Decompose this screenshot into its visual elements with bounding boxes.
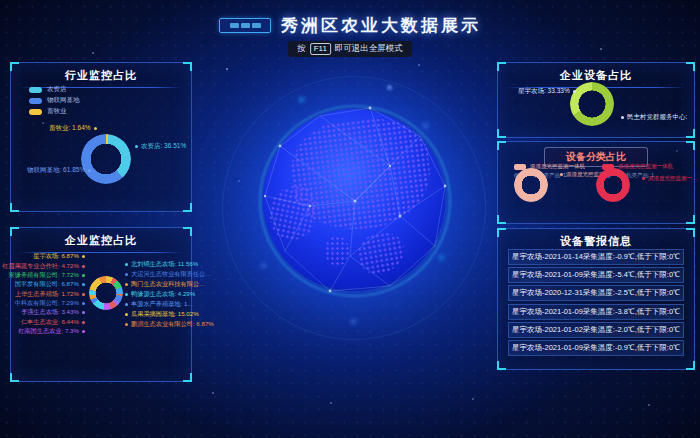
chart-label: 红南国生态农业: 7.3% [18, 328, 85, 334]
chart-label: 鹏润生态农业有限公司: 6.87% [125, 321, 214, 327]
legend-label: 物联网基地 [47, 96, 80, 105]
legend-swatch [29, 98, 42, 104]
panel-enterprise-monitor-ratio: 企业监控占比 星宇农场: 6.87% 红霞果蔬专业合作社: 4.72% 家缘养殖… [10, 227, 192, 382]
chart-label: 中科农有限公司: 7.29% [15, 300, 85, 306]
alarm-list-item: 星宇农场-2021-01-14采集温度:-0.9℃,低于下限:0℃ [508, 249, 684, 265]
enterprise-donut-chart[interactable] [89, 276, 123, 310]
chart-label: 丰源水产养殖基地: 1… [125, 301, 194, 307]
panel-device-category-ratio: 设备分类占比 温湿度光照监测一体机 一体机类产品: 1 温湿度光照监测一… 温湿… [497, 141, 695, 224]
legend-item[interactable]: 物联网基地 [29, 96, 80, 105]
chart-label: 鸭缘源生态农场: 4.29% [125, 291, 195, 297]
globe-rim-glow [259, 105, 451, 297]
chart-label: 温湿度光照监测一… [642, 176, 698, 182]
chart-label: 陶门生态农业科技有限公… [125, 281, 205, 287]
chart-label: 大运河生态牧业有限责任公… [125, 271, 211, 277]
legend-item[interactable]: 畜牧业 [29, 107, 67, 116]
legend-label: 农资店 [47, 85, 67, 94]
chart-label: 瓜果采摘园基地: 15.02% [125, 311, 199, 317]
alarm-list-item: 星宇农场-2021-01-02采集温度:-2.0℃,低于下限:0℃ [508, 322, 684, 338]
category-left-donut-chart[interactable] [514, 168, 548, 202]
panel-industry-monitor-ratio: 行业监控占比 农资店 物联网基地 畜牧业 畜牧业: 1.64% 农资店: 36.… [10, 62, 192, 212]
glow-particles [0, 0, 3, 3]
chart-label: 家缘养殖有限公司: 7.72% [9, 272, 85, 278]
panel-device-alarm-info: 设备警报信息 星宇农场-2021-01-14采集温度:-0.9℃,低于下限:0℃… [497, 228, 695, 370]
tip-suffix: 即可退出全屏模式 [335, 43, 403, 55]
legend-item[interactable]: 农资店 [29, 85, 67, 94]
chart-label: 北刘锦生态农场: 11.56% [125, 261, 198, 267]
page-title: 秀洲区农业大数据展示 [281, 14, 481, 37]
chart-label: 上华生态养殖场: 1.72% [15, 291, 85, 297]
chart-label: 红霞果蔬专业合作社: 4.72% [2, 263, 85, 269]
fullscreen-tooltip: 按 F11 即可退出全屏模式 [288, 41, 412, 57]
chart-label: 星宇农场: 33.33% [518, 88, 576, 95]
legend-swatch [29, 87, 42, 93]
alarm-list-item: 星宇农场-2021-01-09采集温度:-0.9℃,低于下限:0℃ [508, 340, 684, 356]
panel-enterprise-device-ratio: 企业设备占比 星宇农场: 33.33% 民主村党群服务中心: [497, 62, 695, 138]
legend-label: 畜牧业 [47, 107, 67, 116]
chart-label: 农资店: 36.51% [135, 143, 186, 150]
chart-label: 仁丰生态农业: 6.44% [21, 319, 85, 325]
chart-label: 民主村党群服务中心: [621, 114, 687, 121]
tip-prefix: 按 [297, 43, 306, 55]
page-header: 秀洲区农业大数据展示 [0, 14, 700, 37]
brand-logo [219, 18, 271, 33]
alarm-list-item: 星宇农场-2020-12-31采集温度:-2.5℃,低于下限:0℃ [508, 285, 684, 301]
chart-label: 国平发有限公司: 6.87% [15, 281, 85, 287]
chart-label: 物联网基地: 61.85% [27, 167, 91, 174]
alarm-list-item: 星宇农场-2021-01-09采集温度:-3.8℃,低于下限:0℃ [508, 304, 684, 320]
industry-donut-chart[interactable] [81, 134, 131, 184]
chart-label: 星宇农场: 6.87% [33, 253, 85, 259]
legend-swatch [29, 109, 42, 115]
dashboard: 秀洲区农业大数据展示 按 F11 即可退出全屏模式 行业监控占比 农资店 物联网… [0, 0, 700, 438]
chart-label: 李强生态农场: 3.43% [21, 309, 85, 315]
chart-label: 畜牧业: 1.64% [49, 125, 97, 132]
alarm-list-item: 星宇农场-2021-01-09采集温度:-5.4℃,低于下限:0℃ [508, 267, 684, 283]
panel-title: 企业监控占比 [11, 228, 191, 252]
panel-title: 行业监控占比 [11, 63, 191, 87]
device-donut-chart[interactable] [570, 82, 614, 126]
legend-label: 温湿度光照监测一体机 [618, 163, 673, 170]
f11-key: F11 [310, 43, 331, 55]
category-right-donut-chart[interactable] [596, 168, 630, 202]
